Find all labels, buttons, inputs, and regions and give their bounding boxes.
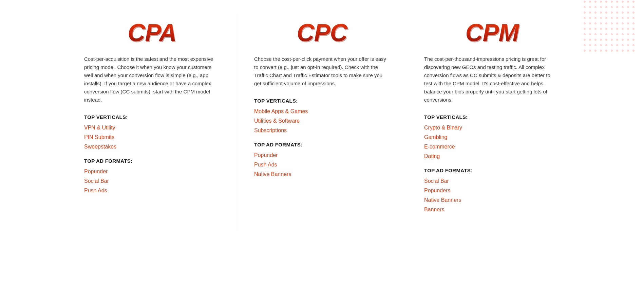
cpa-verticals-list: VPN & UtilityPIN SubmitsSweepstakes <box>84 125 220 150</box>
cpc-title: CPC <box>254 20 390 45</box>
cpc-verticals-list: Mobile Apps & GamesUtilities & SoftwareS… <box>254 108 390 134</box>
list-item: Social Bar <box>84 178 220 184</box>
cpm-ad-formats-heading: TOP AD FORMATS: <box>424 168 560 173</box>
cards-wrapper: CPACost-per-acquisition is the safest an… <box>0 7 644 238</box>
list-item: Subscriptions <box>254 127 390 134</box>
list-item: Sweepstakes <box>84 144 220 150</box>
vertical-item[interactable]: Mobile Apps & Games <box>254 108 308 114</box>
cpa-ad-formats-list: PopunderSocial BarPush Ads <box>84 169 220 194</box>
card-cpm: CPMThe cost-per-thousand-impressions pri… <box>407 7 577 238</box>
vertical-item[interactable]: Crypto & Binary <box>424 125 462 130</box>
cpa-description: Cost-per-acquisition is the safest and t… <box>84 55 220 104</box>
ad-format-item[interactable]: Push Ads <box>254 162 277 168</box>
list-item: PIN Submits <box>84 134 220 140</box>
ad-format-item[interactable]: Social Bar <box>424 178 449 184</box>
cpa-title: CPA <box>84 20 220 45</box>
cpc-ad-formats-heading: TOP AD FORMATS: <box>254 142 390 147</box>
card-cpc: CPCChoose the cost-per-click payment whe… <box>237 7 407 238</box>
vertical-item[interactable]: E-commerce <box>424 144 455 149</box>
vertical-item[interactable]: Gambling <box>424 134 447 140</box>
list-item: Popunder <box>254 152 390 158</box>
cpa-ad-formats-heading: TOP AD FORMATS: <box>84 158 220 164</box>
ad-format-item[interactable]: Native Banners <box>254 171 291 177</box>
list-item: Banners <box>424 207 560 213</box>
cpm-title: CPM <box>424 20 560 45</box>
ad-format-item[interactable]: Popunder <box>254 152 278 158</box>
list-item: Social Bar <box>424 178 560 184</box>
vertical-item[interactable]: Sweepstakes <box>84 144 116 149</box>
cpc-description: Choose the cost-per-click payment when y… <box>254 55 390 88</box>
list-item: Native Banners <box>254 171 390 177</box>
vertical-item[interactable]: Subscriptions <box>254 127 287 133</box>
list-item: Native Banners <box>424 197 560 203</box>
list-item: Popunder <box>84 169 220 175</box>
ad-format-item[interactable]: Native Banners <box>424 197 461 203</box>
ad-format-item[interactable]: Popunder <box>84 169 108 174</box>
vertical-item[interactable]: Utilities & Software <box>254 118 300 124</box>
cpm-description: The cost-per-thousand-impressions pricin… <box>424 55 560 104</box>
vertical-item[interactable]: Dating <box>424 153 440 159</box>
ad-format-item[interactable]: Popunders <box>424 188 450 193</box>
vertical-item[interactable]: PIN Submits <box>84 134 114 140</box>
ad-format-item[interactable]: Push Ads <box>84 188 107 193</box>
list-item: Dating <box>424 153 560 159</box>
ad-format-item[interactable]: Banners <box>424 207 444 212</box>
cpa-verticals-heading: TOP VERTICALS: <box>84 114 220 120</box>
cpc-ad-formats-list: PopunderPush AdsNative Banners <box>254 152 390 177</box>
list-item: Utilities & Software <box>254 118 390 124</box>
list-item: Crypto & Binary <box>424 125 560 131</box>
list-item: Gambling <box>424 134 560 140</box>
list-item: VPN & Utility <box>84 125 220 131</box>
list-item: Mobile Apps & Games <box>254 108 390 114</box>
list-item: Push Ads <box>254 162 390 168</box>
list-item: E-commerce <box>424 144 560 150</box>
vertical-item[interactable]: VPN & Utility <box>84 125 115 130</box>
list-item: Popunders <box>424 188 560 194</box>
cpm-verticals-list: Crypto & BinaryGamblingE-commerceDating <box>424 125 560 159</box>
list-item: Push Ads <box>84 188 220 194</box>
page-container: CPACost-per-acquisition is the safest an… <box>0 0 644 245</box>
ad-format-item[interactable]: Social Bar <box>84 178 109 184</box>
cpc-verticals-heading: TOP VERTICALS: <box>254 98 390 104</box>
cpm-verticals-heading: TOP VERTICALS: <box>424 114 560 120</box>
card-cpa: CPACost-per-acquisition is the safest an… <box>67 7 237 238</box>
cpm-ad-formats-list: Social BarPopundersNative BannersBanners <box>424 178 560 213</box>
